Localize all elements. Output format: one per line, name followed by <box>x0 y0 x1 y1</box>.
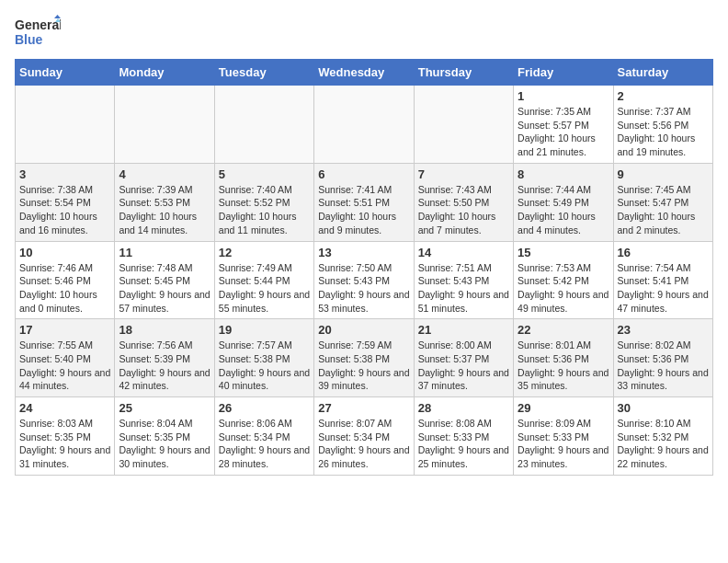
day-number: 27 <box>318 401 409 415</box>
day-cell: 9Sunrise: 7:45 AMSunset: 5:47 PMDaylight… <box>613 163 712 241</box>
day-cell: 17Sunrise: 7:55 AMSunset: 5:40 PMDayligh… <box>16 319 115 397</box>
day-info: Sunrise: 7:50 AMSunset: 5:43 PMDaylight:… <box>318 261 409 316</box>
day-info: Sunrise: 7:39 AMSunset: 5:53 PMDaylight:… <box>119 183 210 237</box>
day-number: 14 <box>418 246 509 259</box>
day-info: Sunrise: 7:51 AMSunset: 5:43 PMDaylight:… <box>418 261 509 316</box>
day-cell <box>16 86 115 164</box>
day-number: 11 <box>119 246 210 259</box>
day-cell: 16Sunrise: 7:54 AMSunset: 5:41 PMDayligh… <box>613 241 712 319</box>
col-header-monday: Monday <box>115 60 214 86</box>
day-cell: 19Sunrise: 7:57 AMSunset: 5:38 PMDayligh… <box>214 319 313 397</box>
day-number: 9 <box>618 167 709 181</box>
logo: General Blue <box>15 15 61 52</box>
day-number: 21 <box>418 323 509 337</box>
day-info: Sunrise: 7:43 AMSunset: 5:50 PMDaylight:… <box>418 183 509 237</box>
day-info: Sunrise: 7:44 AMSunset: 5:49 PMDaylight:… <box>518 183 609 237</box>
week-row-5: 24Sunrise: 8:03 AMSunset: 5:35 PMDayligh… <box>16 397 713 476</box>
day-cell: 10Sunrise: 7:46 AMSunset: 5:46 PMDayligh… <box>16 241 115 319</box>
svg-text:Blue: Blue <box>15 32 43 47</box>
day-cell: 23Sunrise: 8:02 AMSunset: 5:36 PMDayligh… <box>613 319 712 397</box>
day-number: 30 <box>618 401 709 415</box>
day-cell: 13Sunrise: 7:50 AMSunset: 5:43 PMDayligh… <box>314 241 414 319</box>
day-info: Sunrise: 8:03 AMSunset: 5:35 PMDaylight:… <box>19 417 110 471</box>
day-cell: 30Sunrise: 8:10 AMSunset: 5:32 PMDayligh… <box>613 397 712 476</box>
calendar-table: SundayMondayTuesdayWednesdayThursdayFrid… <box>15 59 713 476</box>
day-number: 5 <box>219 167 310 181</box>
week-row-4: 17Sunrise: 7:55 AMSunset: 5:40 PMDayligh… <box>16 319 713 397</box>
col-header-friday: Friday <box>514 60 613 86</box>
day-cell: 25Sunrise: 8:04 AMSunset: 5:35 PMDayligh… <box>115 397 214 476</box>
day-number: 1 <box>518 89 609 103</box>
day-number: 23 <box>618 323 709 337</box>
day-cell <box>314 86 414 164</box>
day-info: Sunrise: 7:53 AMSunset: 5:42 PMDaylight:… <box>518 261 609 316</box>
day-cell: 6Sunrise: 7:41 AMSunset: 5:51 PMDaylight… <box>314 163 414 241</box>
day-info: Sunrise: 7:55 AMSunset: 5:40 PMDaylight:… <box>19 339 110 393</box>
col-header-thursday: Thursday <box>414 60 513 86</box>
day-number: 22 <box>518 323 609 337</box>
day-info: Sunrise: 7:40 AMSunset: 5:52 PMDaylight:… <box>219 183 310 237</box>
week-row-1: 1Sunrise: 7:35 AMSunset: 5:57 PMDaylight… <box>16 86 713 164</box>
day-cell: 26Sunrise: 8:06 AMSunset: 5:34 PMDayligh… <box>214 397 313 476</box>
day-number: 18 <box>119 323 210 337</box>
day-number: 16 <box>618 246 709 259</box>
day-info: Sunrise: 8:10 AMSunset: 5:32 PMDaylight:… <box>618 417 709 471</box>
col-header-saturday: Saturday <box>613 60 712 86</box>
day-cell: 28Sunrise: 8:08 AMSunset: 5:33 PMDayligh… <box>414 397 513 476</box>
day-info: Sunrise: 8:02 AMSunset: 5:36 PMDaylight:… <box>618 339 709 393</box>
day-info: Sunrise: 7:35 AMSunset: 5:57 PMDaylight:… <box>518 105 609 159</box>
day-cell: 29Sunrise: 8:09 AMSunset: 5:33 PMDayligh… <box>514 397 613 476</box>
day-number: 12 <box>219 246 310 259</box>
col-header-sunday: Sunday <box>16 60 115 86</box>
week-row-3: 10Sunrise: 7:46 AMSunset: 5:46 PMDayligh… <box>16 241 713 319</box>
day-number: 17 <box>19 323 110 337</box>
day-number: 4 <box>119 167 210 181</box>
day-cell: 14Sunrise: 7:51 AMSunset: 5:43 PMDayligh… <box>414 241 513 319</box>
day-cell: 24Sunrise: 8:03 AMSunset: 5:35 PMDayligh… <box>16 397 115 476</box>
day-cell: 27Sunrise: 8:07 AMSunset: 5:34 PMDayligh… <box>314 397 414 476</box>
day-info: Sunrise: 7:59 AMSunset: 5:38 PMDaylight:… <box>318 339 409 393</box>
day-number: 15 <box>518 246 609 259</box>
day-number: 28 <box>418 401 509 415</box>
day-info: Sunrise: 8:04 AMSunset: 5:35 PMDaylight:… <box>119 417 210 471</box>
day-cell: 1Sunrise: 7:35 AMSunset: 5:57 PMDaylight… <box>514 86 613 164</box>
day-number: 7 <box>418 167 509 181</box>
day-info: Sunrise: 8:07 AMSunset: 5:34 PMDaylight:… <box>318 417 409 471</box>
day-info: Sunrise: 7:54 AMSunset: 5:41 PMDaylight:… <box>618 261 709 316</box>
day-info: Sunrise: 7:56 AMSunset: 5:39 PMDaylight:… <box>119 339 210 393</box>
day-number: 13 <box>318 246 409 259</box>
day-cell: 11Sunrise: 7:48 AMSunset: 5:45 PMDayligh… <box>115 241 214 319</box>
day-cell: 8Sunrise: 7:44 AMSunset: 5:49 PMDaylight… <box>514 163 613 241</box>
day-cell: 7Sunrise: 7:43 AMSunset: 5:50 PMDaylight… <box>414 163 513 241</box>
day-cell: 5Sunrise: 7:40 AMSunset: 5:52 PMDaylight… <box>214 163 313 241</box>
day-info: Sunrise: 7:46 AMSunset: 5:46 PMDaylight:… <box>19 261 110 316</box>
day-number: 24 <box>19 401 110 415</box>
day-cell: 18Sunrise: 7:56 AMSunset: 5:39 PMDayligh… <box>115 319 214 397</box>
day-number: 19 <box>219 323 310 337</box>
svg-text:General: General <box>15 17 61 32</box>
week-row-2: 3Sunrise: 7:38 AMSunset: 5:54 PMDaylight… <box>16 163 713 241</box>
day-info: Sunrise: 7:38 AMSunset: 5:54 PMDaylight:… <box>19 183 110 237</box>
day-info: Sunrise: 8:01 AMSunset: 5:36 PMDaylight:… <box>518 339 609 393</box>
day-number: 20 <box>318 323 409 337</box>
day-cell: 20Sunrise: 7:59 AMSunset: 5:38 PMDayligh… <box>314 319 414 397</box>
day-info: Sunrise: 7:48 AMSunset: 5:45 PMDaylight:… <box>119 261 210 316</box>
day-cell: 3Sunrise: 7:38 AMSunset: 5:54 PMDaylight… <box>16 163 115 241</box>
day-cell: 21Sunrise: 8:00 AMSunset: 5:37 PMDayligh… <box>414 319 513 397</box>
day-info: Sunrise: 7:45 AMSunset: 5:47 PMDaylight:… <box>618 183 709 237</box>
day-info: Sunrise: 8:08 AMSunset: 5:33 PMDaylight:… <box>418 417 509 471</box>
day-number: 3 <box>19 167 110 181</box>
day-number: 26 <box>219 401 310 415</box>
day-number: 10 <box>19 246 110 259</box>
col-header-tuesday: Tuesday <box>214 60 313 86</box>
svg-marker-2 <box>54 15 61 18</box>
day-number: 29 <box>518 401 609 415</box>
day-info: Sunrise: 8:00 AMSunset: 5:37 PMDaylight:… <box>418 339 509 393</box>
day-cell: 2Sunrise: 7:37 AMSunset: 5:56 PMDaylight… <box>613 86 712 164</box>
day-cell: 12Sunrise: 7:49 AMSunset: 5:44 PMDayligh… <box>214 241 313 319</box>
day-info: Sunrise: 7:37 AMSunset: 5:56 PMDaylight:… <box>618 105 709 159</box>
day-cell: 4Sunrise: 7:39 AMSunset: 5:53 PMDaylight… <box>115 163 214 241</box>
day-cell: 15Sunrise: 7:53 AMSunset: 5:42 PMDayligh… <box>514 241 613 319</box>
logo-svg: General Blue <box>15 15 61 52</box>
day-info: Sunrise: 8:09 AMSunset: 5:33 PMDaylight:… <box>518 417 609 471</box>
